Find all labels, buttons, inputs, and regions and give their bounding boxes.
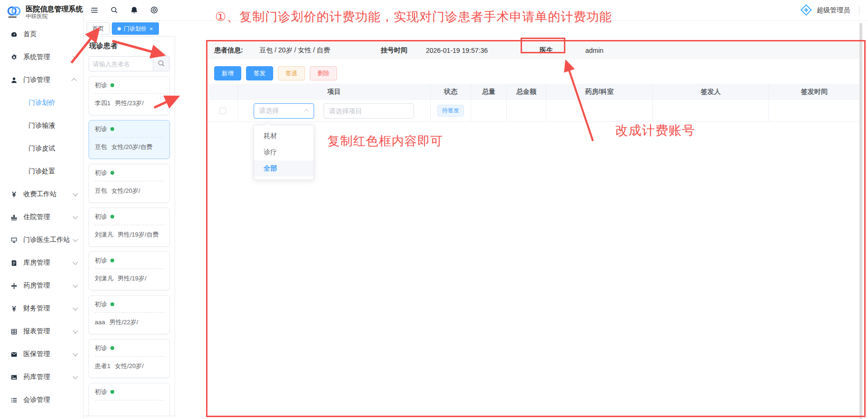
patient-name: 李四1 [95, 100, 110, 107]
vertical-scrollbar[interactable] [859, 23, 862, 419]
status-dot-icon [110, 259, 114, 262]
row-checkbox[interactable] [219, 108, 226, 114]
sidebar-item-label: 首页 [23, 30, 37, 39]
theme-icon[interactable] [150, 6, 159, 15]
dropdown-option-treatment[interactable]: 诊疗 [254, 144, 314, 160]
sidebar-item-outpatient-skin-test[interactable]: 门诊皮试 [0, 137, 83, 160]
patient-meta: 男性/23岁/ [115, 100, 144, 107]
patient-name: aaa [95, 319, 105, 326]
item-type-select[interactable]: 请选择 [254, 103, 314, 119]
tab-outpatient-pricing[interactable]: 门诊划价 × [112, 22, 159, 35]
patient-name: 刘潇凡 [95, 275, 113, 282]
sidebar-menu: 首页 系统管理 门诊管理 门诊划价 门诊输液 门诊皮试 门诊处置 [0, 22, 83, 419]
visit-type: 初诊 [95, 344, 107, 352]
chevron-down-icon [73, 191, 78, 196]
patient-card-selected[interactable]: 初诊 豆包女性/20岁/自费 [89, 120, 170, 159]
gear-icon [10, 53, 19, 61]
item-search-input[interactable] [324, 103, 414, 119]
sidebar-item-doctor-station[interactable]: 门诊医生工作站 [0, 229, 83, 251]
user-icon [10, 76, 19, 84]
patient-card[interactable]: 初诊 刘潇凡男性/19岁/ [89, 251, 170, 290]
table-row: 请选择 待签发 [208, 100, 859, 122]
chevron-down-icon [73, 214, 78, 219]
status-dot-icon [110, 83, 114, 87]
mail-icon [10, 350, 19, 358]
delete-button[interactable]: 删除 [310, 66, 337, 80]
fold-sidebar-icon[interactable] [90, 6, 99, 15]
sign-issue-button[interactable]: 签发 [246, 66, 273, 80]
sidebar-item-charge-station[interactable]: 收费工作站 [0, 183, 83, 206]
doctor-label: 医生 [540, 46, 553, 55]
patient-card[interactable]: 初诊 李四1男性/23岁/ [89, 76, 170, 115]
sidebar-item-outpatient[interactable]: 门诊管理 [0, 69, 83, 91]
sidebar-item-maintenance[interactable]: 维护系统 [0, 411, 83, 419]
sidebar-item-reports[interactable]: 报表管理 [0, 320, 83, 343]
patient-card[interactable]: 初诊 [89, 383, 170, 416]
sidebar-item-label: 门诊输液 [29, 121, 55, 130]
sidebar-item-label: 报表管理 [23, 327, 50, 336]
image-icon [10, 373, 19, 381]
sidebar-item-label: 财务管理 [23, 304, 50, 313]
sidebar-item-drug-storage[interactable]: 药库管理 [0, 366, 83, 389]
table-header-row: 项目 状态 总量 总金额 药房/科室 签发人 签发时间 [208, 84, 859, 100]
patient-card[interactable]: 初诊 豆包女性/20岁/ [89, 164, 170, 203]
yen-icon [10, 305, 19, 312]
header-total-qty: 总量 [471, 84, 507, 100]
patient-card[interactable]: 初诊 刘潇凡男性/19岁/自费 [89, 208, 170, 247]
dropdown-option-consumables[interactable]: 耗材 [254, 128, 314, 144]
sidebar-item-outpatient-infusion[interactable]: 门诊输液 [0, 114, 83, 137]
item-type-dropdown: 耗材 诊疗 全部 [254, 125, 314, 180]
document-icon [10, 259, 19, 267]
patient-name: 刘潇凡 [95, 231, 113, 238]
sidebar-item-pharmacy[interactable]: 药房管理 [0, 274, 83, 297]
bell-icon[interactable] [130, 6, 139, 15]
sidebar-item-label: 会诊管理 [23, 396, 50, 404]
sign-out-button[interactable]: 签退 [278, 66, 305, 80]
patient-name: 患者1 [95, 362, 110, 369]
header-issue-time: 签发时间 [769, 84, 859, 100]
header-issuer: 签发人 [653, 84, 769, 100]
patient-meta: 女性/20岁/自费 [111, 143, 153, 150]
sidebar-item-system[interactable]: 系统管理 [0, 46, 83, 69]
chevron-down-icon [73, 259, 78, 265]
add-button[interactable]: 新增 [214, 66, 241, 80]
annotation-note-3: 改成计费账号 [615, 122, 695, 139]
patient-card[interactable]: 初诊 aaa男性/22岁/ [89, 295, 170, 334]
header-total-amount: 总金额 [507, 84, 546, 100]
sidebar-item-consultation[interactable]: 会诊管理 [0, 389, 83, 411]
patient-info-bar: 患者信息: 豆包 / 20岁 / 女性 / 自费 挂号时间 2026-01-19… [208, 42, 859, 59]
sidebar-item-label: 库房管理 [23, 259, 50, 267]
sidebar-item-inpatient[interactable]: 住院管理 [0, 206, 83, 229]
sidebar-item-home[interactable]: 首页 [0, 23, 83, 46]
sidebar-item-outpatient-pricing[interactable]: 门诊划价 [0, 91, 83, 114]
divider [95, 400, 164, 400]
close-icon[interactable]: × [149, 26, 153, 32]
divider [95, 312, 164, 313]
visit-type: 初诊 [95, 169, 107, 177]
sidebar-item-finance[interactable]: 财务管理 [0, 297, 83, 320]
divider [859, 6, 859, 15]
yen-icon [10, 190, 19, 198]
patient-search-input[interactable] [89, 56, 153, 71]
sidebar-item-medical-insurance[interactable]: 医保管理 [0, 343, 83, 366]
chevron-down-icon [73, 351, 78, 356]
search-icon[interactable] [110, 6, 119, 15]
user-role: 超级管理员 [817, 6, 850, 15]
patient-info-label: 患者信息: [214, 46, 243, 55]
topbar: 超级管理员 [84, 0, 868, 21]
divider [95, 225, 164, 225]
patient-search-button[interactable] [153, 56, 170, 71]
status-dot-icon [110, 215, 114, 219]
patient-card[interactable]: 初诊 患者1女性/20岁/ [89, 339, 170, 378]
sidebar-item-label: 住院管理 [23, 213, 50, 221]
user-block[interactable]: 超级管理员 [800, 0, 859, 21]
app-logo: 医院信息管理系统 中联医院 [0, 0, 83, 22]
tab-home[interactable]: 首页 [87, 22, 109, 35]
sidebar-item-warehouse[interactable]: 库房管理 [0, 251, 83, 274]
patient-meta: 男性/22岁/ [109, 319, 138, 326]
patient-meta: 女性/20岁/ [115, 362, 144, 369]
sidebar-item-label: 药库管理 [23, 373, 50, 381]
dropdown-option-all[interactable]: 全部 [254, 160, 314, 177]
sidebar-item-outpatient-disposal[interactable]: 门诊处置 [0, 160, 83, 183]
search-icon [158, 60, 165, 69]
